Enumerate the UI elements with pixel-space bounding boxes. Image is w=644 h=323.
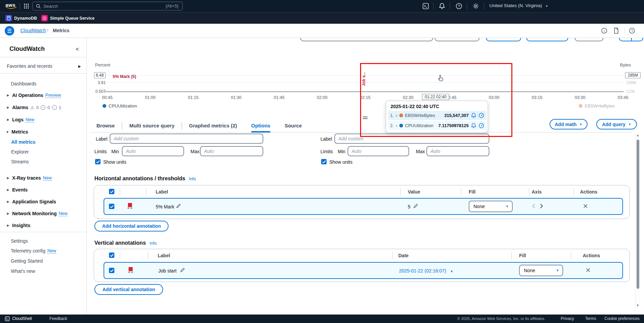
select-all-checkbox[interactable]: [109, 253, 114, 258]
sidebar-item-explorer[interactable]: Explorer: [0, 148, 86, 156]
x-tick: 01:45: [274, 95, 284, 100]
breadcrumb-cloudwatch[interactable]: CloudWatch: [20, 28, 46, 33]
sidebar-item-xray-traces[interactable]: ▶ X-Ray traces New: [0, 174, 86, 182]
create-alarm-bell-icon[interactable]: [471, 113, 476, 118]
sidebar-item-label: Explorer: [11, 149, 29, 155]
help-icon[interactable]: ?: [456, 3, 462, 9]
fill-select[interactable]: None ▼: [519, 265, 563, 276]
sidebar-item-label: Streams: [11, 159, 29, 164]
select-all-checkbox[interactable]: [109, 189, 114, 194]
sidebar-item-favorites[interactable]: Favorites and recents ▶: [0, 62, 86, 70]
sidebar-item-insights[interactable]: ▶ Insights: [0, 222, 86, 229]
sidebar-item-alarms[interactable]: ▶ Alarms ⚠ 0 ✓ 0 ⋯ 1: [0, 104, 86, 111]
side-menu-button[interactable]: [5, 26, 14, 36]
info-link[interactable]: Info: [150, 241, 157, 246]
add-vertical-annotation-button[interactable]: Add vertical annotation: [94, 284, 163, 295]
show-units-checkbox-left[interactable]: [95, 159, 101, 164]
tooltip-row-ebswritebytes[interactable]: 1. › EBSWriteBytes 315,547,307: [388, 111, 486, 120]
sidebar-item-ai-operations[interactable]: ▶ AI Operations Preview: [0, 92, 86, 99]
info-link[interactable]: Info: [189, 177, 196, 181]
footer-terms[interactable]: Terms: [585, 316, 596, 321]
sidebar-item-dashboards[interactable]: Dashboards: [0, 80, 86, 87]
shortcut-sqs[interactable]: Simple Queue Service: [41, 15, 94, 21]
sidebar-item-telemetry-config[interactable]: Telemetry config New: [0, 247, 86, 255]
info-icon[interactable]: i: [601, 27, 607, 34]
tab-multi-source-query[interactable]: Multi source query: [122, 119, 181, 132]
cloudshell-icon[interactable]: [5, 316, 10, 323]
preview-badge[interactable]: Preview: [45, 93, 61, 98]
tab-source[interactable]: Source: [277, 119, 309, 132]
new-badge[interactable]: New: [59, 211, 67, 216]
region-selector[interactable]: United States (N. Virginia) ▼: [489, 3, 548, 8]
edit-pencil-icon[interactable]: [176, 203, 181, 210]
sidebar-item-application-signals[interactable]: ▶ Application Signals: [0, 198, 86, 205]
tab-browse[interactable]: Browse: [89, 119, 122, 132]
column-divider: [461, 188, 461, 196]
annotation-color-swatch[interactable]: [129, 267, 133, 271]
axis-right-chevron-icon[interactable]: [539, 203, 543, 210]
resize-handle-icon[interactable]: [363, 117, 368, 119]
label-input-left[interactable]: [110, 134, 263, 144]
footer-cloudshell[interactable]: CloudShell: [12, 316, 32, 321]
cloudshell-icon[interactable]: [422, 3, 429, 9]
x-tick: 02:00: [317, 95, 327, 100]
row-checkbox[interactable]: [109, 268, 114, 273]
view-metric-gauge-icon[interactable]: [479, 113, 484, 118]
tab-graphed-metrics[interactable]: Graphed metrics (2): [182, 119, 244, 132]
remove-annotation-icon[interactable]: [586, 268, 591, 274]
add-query-button[interactable]: Add query ▼: [596, 119, 637, 129]
sidebar-collapse-icon[interactable]: <: [76, 46, 79, 52]
label-input-right[interactable]: [334, 134, 489, 144]
create-alarm-bell-icon[interactable]: [471, 123, 476, 128]
shortcut-dynamodb[interactable]: DynamoDB: [5, 15, 37, 21]
aws-logo[interactable]: aws: [5, 2, 17, 9]
sidebar-item-events[interactable]: ▶ Events: [0, 186, 86, 194]
view-metric-gauge-icon[interactable]: [479, 123, 484, 128]
axis-left-chevron-icon[interactable]: [532, 203, 536, 210]
annotation-color-swatch[interactable]: [128, 203, 132, 207]
scrollbar-down-icon[interactable]: ▼: [636, 304, 639, 307]
new-badge[interactable]: New: [25, 117, 34, 122]
sidebar-item-getting-started[interactable]: Getting Started: [0, 257, 86, 265]
remove-annotation-icon[interactable]: [583, 204, 588, 210]
edit-pencil-icon[interactable]: [413, 203, 418, 210]
footer-feedback[interactable]: Feedback: [49, 316, 67, 321]
sidebar-item-metrics[interactable]: ▼ Metrics: [0, 128, 86, 136]
sidebar-item-logs[interactable]: ▶ Logs New: [0, 116, 86, 123]
sidebar-item-settings[interactable]: Settings: [0, 237, 86, 245]
max-input-left[interactable]: [200, 146, 263, 156]
document-icon[interactable]: [613, 27, 620, 34]
table-row[interactable]: [104, 198, 623, 215]
button-label: Add query: [602, 122, 625, 127]
min-input-left[interactable]: [122, 146, 184, 156]
sidebar-item-all-metrics[interactable]: All metrics: [0, 138, 86, 146]
footer-privacy[interactable]: Privacy: [561, 316, 574, 321]
header-divider: [484, 3, 484, 9]
footer-cookie-preferences[interactable]: Cookie preferences: [604, 316, 640, 321]
edit-pencil-icon[interactable]: [180, 267, 185, 274]
add-math-button[interactable]: Add math ▼: [550, 119, 587, 129]
annotation-date-link[interactable]: 2025-01-22 (02:16:07) ▼: [399, 268, 453, 274]
sidebar-item-network-monitoring[interactable]: ▶ Network Monitoring New: [0, 210, 86, 217]
settings-gear-icon[interactable]: [472, 3, 479, 9]
scrollbar-thumb[interactable]: [637, 140, 639, 289]
sidebar-item-whats-new[interactable]: What's new: [0, 267, 86, 275]
tooltip-row-cpuutilization[interactable]: 2. ‹ CPUUtilization 7.11750978125: [388, 121, 486, 130]
legend-cpuutilization[interactable]: CPUUtilization: [103, 103, 137, 108]
new-badge[interactable]: New: [47, 248, 56, 254]
fill-select[interactable]: None ▼: [469, 201, 513, 212]
max-input-right[interactable]: [426, 146, 489, 156]
show-units-checkbox-right[interactable]: [321, 159, 327, 164]
scrollbar-up-icon[interactable]: ▲: [636, 134, 639, 137]
search-input[interactable]: [43, 2, 158, 10]
notifications-bell-icon[interactable]: [439, 3, 445, 9]
tab-options[interactable]: Options: [244, 119, 277, 132]
add-horizontal-annotation-button[interactable]: Add horizontal annotation: [94, 221, 169, 231]
min-input-right[interactable]: [348, 146, 409, 156]
sidebar-item-streams[interactable]: Streams: [0, 158, 86, 165]
row-checkbox[interactable]: [109, 204, 114, 209]
new-badge[interactable]: New: [43, 175, 52, 181]
apps-grid-icon[interactable]: [24, 3, 29, 10]
legend-ebswritebytes[interactable]: EBSWriteBytes: [579, 103, 615, 108]
clock-history-icon[interactable]: [629, 27, 635, 34]
